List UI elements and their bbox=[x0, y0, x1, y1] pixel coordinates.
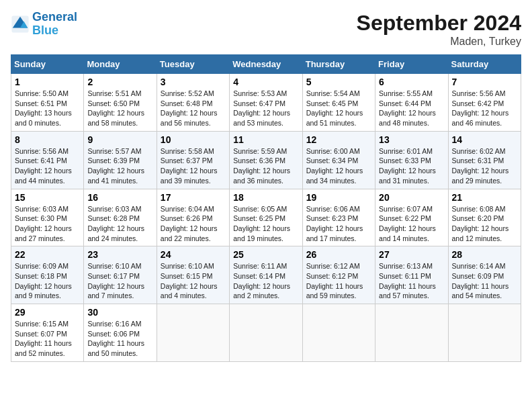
day-number: 22 bbox=[15, 249, 80, 260]
calendar-cell: 9 Sunrise: 5:57 AMSunset: 6:39 PMDayligh… bbox=[84, 131, 157, 189]
day-info: Sunrise: 5:55 AMSunset: 6:44 PMDaylight:… bbox=[379, 89, 436, 127]
day-info: Sunrise: 6:07 AMSunset: 6:22 PMDaylight:… bbox=[379, 205, 436, 242]
logo-text: General Blue bbox=[32, 11, 77, 38]
calendar-cell: 19 Sunrise: 6:06 AMSunset: 6:23 PMDaylig… bbox=[302, 189, 375, 246]
day-header-saturday: Saturday bbox=[448, 55, 521, 74]
calendar-cell: 15 Sunrise: 6:03 AMSunset: 6:30 PMDaylig… bbox=[11, 189, 84, 246]
day-info: Sunrise: 5:52 AMSunset: 6:48 PMDaylight:… bbox=[161, 89, 218, 127]
day-number: 14 bbox=[452, 134, 517, 145]
day-header-tuesday: Tuesday bbox=[157, 55, 229, 74]
calendar-cell bbox=[302, 304, 375, 362]
calendar-week-row: 29 Sunrise: 6:15 AMSunset: 6:07 PMDaylig… bbox=[11, 304, 521, 362]
calendar-cell: 24 Sunrise: 6:10 AMSunset: 6:15 PMDaylig… bbox=[157, 246, 229, 304]
title-block: September 2024 Maden, Turkey bbox=[357, 11, 521, 48]
calendar-cell: 8 Sunrise: 5:56 AMSunset: 6:41 PMDayligh… bbox=[11, 131, 84, 189]
calendar-cell: 5 Sunrise: 5:54 AMSunset: 6:45 PMDayligh… bbox=[302, 74, 375, 132]
day-header-sunday: Sunday bbox=[11, 55, 84, 74]
day-info: Sunrise: 5:51 AMSunset: 6:50 PMDaylight:… bbox=[87, 89, 144, 127]
day-header-monday: Monday bbox=[84, 55, 157, 74]
calendar-cell: 13 Sunrise: 6:01 AMSunset: 6:33 PMDaylig… bbox=[375, 131, 448, 189]
calendar-cell: 27 Sunrise: 6:13 AMSunset: 6:11 PMDaylig… bbox=[375, 246, 448, 304]
location-title: Maden, Turkey bbox=[357, 36, 521, 48]
day-info: Sunrise: 6:05 AMSunset: 6:25 PMDaylight:… bbox=[233, 205, 290, 242]
day-number: 13 bbox=[379, 134, 444, 145]
calendar-cell: 29 Sunrise: 6:15 AMSunset: 6:07 PMDaylig… bbox=[11, 304, 84, 362]
day-info: Sunrise: 6:09 AMSunset: 6:18 PMDaylight:… bbox=[15, 262, 72, 300]
day-info: Sunrise: 6:08 AMSunset: 6:20 PMDaylight:… bbox=[452, 205, 509, 242]
calendar-week-row: 1 Sunrise: 5:50 AMSunset: 6:51 PMDayligh… bbox=[11, 74, 521, 132]
day-number: 18 bbox=[233, 192, 298, 203]
day-number: 30 bbox=[87, 307, 152, 318]
calendar-cell: 18 Sunrise: 6:05 AMSunset: 6:25 PMDaylig… bbox=[230, 189, 302, 246]
logo: General Blue bbox=[11, 11, 77, 38]
calendar-cell bbox=[448, 304, 521, 362]
calendar-cell: 11 Sunrise: 5:59 AMSunset: 6:36 PMDaylig… bbox=[230, 131, 302, 189]
calendar-cell: 22 Sunrise: 6:09 AMSunset: 6:18 PMDaylig… bbox=[11, 246, 84, 304]
day-number: 12 bbox=[306, 134, 371, 145]
day-number: 9 bbox=[87, 134, 152, 145]
day-number: 3 bbox=[161, 77, 226, 87]
calendar-cell: 30 Sunrise: 6:16 AMSunset: 6:06 PMDaylig… bbox=[84, 304, 157, 362]
day-number: 6 bbox=[379, 77, 444, 87]
calendar-cell bbox=[157, 304, 229, 362]
day-info: Sunrise: 6:15 AMSunset: 6:07 PMDaylight:… bbox=[15, 320, 72, 357]
day-info: Sunrise: 6:13 AMSunset: 6:11 PMDaylight:… bbox=[379, 262, 436, 300]
day-number: 27 bbox=[379, 249, 444, 260]
day-info: Sunrise: 6:11 AMSunset: 6:14 PMDaylight:… bbox=[233, 262, 290, 300]
day-info: Sunrise: 6:12 AMSunset: 6:12 PMDaylight:… bbox=[306, 262, 363, 300]
calendar-cell: 14 Sunrise: 6:02 AMSunset: 6:31 PMDaylig… bbox=[448, 131, 521, 189]
day-header-thursday: Thursday bbox=[302, 55, 375, 74]
calendar-cell: 1 Sunrise: 5:50 AMSunset: 6:51 PMDayligh… bbox=[11, 74, 84, 132]
day-number: 28 bbox=[452, 249, 517, 260]
day-number: 26 bbox=[306, 249, 371, 260]
day-info: Sunrise: 6:00 AMSunset: 6:34 PMDaylight:… bbox=[306, 147, 363, 185]
day-number: 21 bbox=[452, 192, 517, 203]
day-number: 29 bbox=[15, 307, 80, 318]
day-info: Sunrise: 6:04 AMSunset: 6:26 PMDaylight:… bbox=[161, 205, 218, 242]
day-info: Sunrise: 5:56 AMSunset: 6:42 PMDaylight:… bbox=[452, 89, 509, 127]
day-info: Sunrise: 6:10 AMSunset: 6:15 PMDaylight:… bbox=[161, 262, 218, 300]
day-number: 8 bbox=[15, 134, 80, 145]
calendar-cell: 4 Sunrise: 5:53 AMSunset: 6:47 PMDayligh… bbox=[230, 74, 302, 132]
day-info: Sunrise: 5:53 AMSunset: 6:47 PMDaylight:… bbox=[233, 89, 290, 127]
day-number: 17 bbox=[161, 192, 226, 203]
day-info: Sunrise: 5:50 AMSunset: 6:51 PMDaylight:… bbox=[15, 89, 72, 127]
day-number: 24 bbox=[161, 249, 226, 260]
page-header: General Blue September 2024 Maden, Turke… bbox=[11, 11, 521, 48]
day-info: Sunrise: 6:02 AMSunset: 6:31 PMDaylight:… bbox=[452, 147, 509, 185]
calendar-week-row: 22 Sunrise: 6:09 AMSunset: 6:18 PMDaylig… bbox=[11, 246, 521, 304]
day-number: 5 bbox=[306, 77, 371, 87]
day-header-wednesday: Wednesday bbox=[230, 55, 302, 74]
day-number: 20 bbox=[379, 192, 444, 203]
calendar-cell: 21 Sunrise: 6:08 AMSunset: 6:20 PMDaylig… bbox=[448, 189, 521, 246]
day-info: Sunrise: 6:03 AMSunset: 6:28 PMDaylight:… bbox=[87, 205, 144, 242]
day-info: Sunrise: 6:16 AMSunset: 6:06 PMDaylight:… bbox=[87, 320, 144, 357]
calendar-cell: 2 Sunrise: 5:51 AMSunset: 6:50 PMDayligh… bbox=[84, 74, 157, 132]
day-info: Sunrise: 6:06 AMSunset: 6:23 PMDaylight:… bbox=[306, 205, 363, 242]
month-title: September 2024 bbox=[357, 11, 521, 36]
day-info: Sunrise: 6:01 AMSunset: 6:33 PMDaylight:… bbox=[379, 147, 436, 185]
day-number: 23 bbox=[87, 249, 152, 260]
day-header-friday: Friday bbox=[375, 55, 448, 74]
day-number: 1 bbox=[15, 77, 80, 87]
day-info: Sunrise: 5:59 AMSunset: 6:36 PMDaylight:… bbox=[233, 147, 290, 185]
day-info: Sunrise: 5:56 AMSunset: 6:41 PMDaylight:… bbox=[15, 147, 72, 185]
day-number: 25 bbox=[233, 249, 298, 260]
calendar-cell: 3 Sunrise: 5:52 AMSunset: 6:48 PMDayligh… bbox=[157, 74, 229, 132]
calendar-cell: 28 Sunrise: 6:14 AMSunset: 6:09 PMDaylig… bbox=[448, 246, 521, 304]
day-number: 19 bbox=[306, 192, 371, 203]
calendar-cell: 16 Sunrise: 6:03 AMSunset: 6:28 PMDaylig… bbox=[84, 189, 157, 246]
calendar-cell: 26 Sunrise: 6:12 AMSunset: 6:12 PMDaylig… bbox=[302, 246, 375, 304]
day-info: Sunrise: 5:54 AMSunset: 6:45 PMDaylight:… bbox=[306, 89, 363, 127]
day-number: 10 bbox=[161, 134, 226, 145]
calendar-cell: 12 Sunrise: 6:00 AMSunset: 6:34 PMDaylig… bbox=[302, 131, 375, 189]
calendar-table: SundayMondayTuesdayWednesdayThursdayFrid… bbox=[11, 54, 521, 362]
calendar-cell: 23 Sunrise: 6:10 AMSunset: 6:17 PMDaylig… bbox=[84, 246, 157, 304]
calendar-cell: 6 Sunrise: 5:55 AMSunset: 6:44 PMDayligh… bbox=[375, 74, 448, 132]
day-info: Sunrise: 6:14 AMSunset: 6:09 PMDaylight:… bbox=[452, 262, 509, 300]
calendar-cell: 25 Sunrise: 6:11 AMSunset: 6:14 PMDaylig… bbox=[230, 246, 302, 304]
calendar-cell: 10 Sunrise: 5:58 AMSunset: 6:37 PMDaylig… bbox=[157, 131, 229, 189]
calendar-cell: 17 Sunrise: 6:04 AMSunset: 6:26 PMDaylig… bbox=[157, 189, 229, 246]
day-number: 11 bbox=[233, 134, 298, 145]
day-number: 2 bbox=[87, 77, 152, 87]
